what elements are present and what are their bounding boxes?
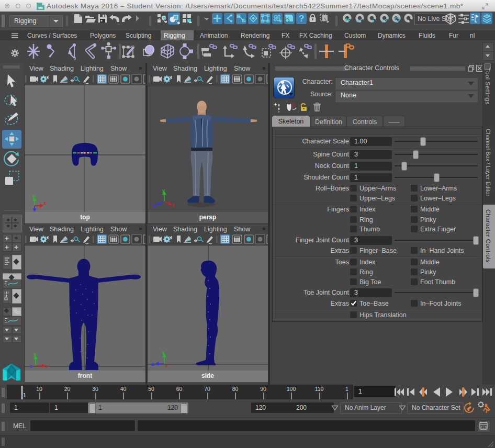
svg-text:x: x	[165, 363, 168, 368]
svg-text:z: z	[30, 364, 32, 369]
svg-text:{;}: {;}	[480, 425, 487, 430]
svg-text:x: x	[43, 200, 46, 206]
svg-text:y: y	[32, 194, 35, 199]
svg-text:y: y	[33, 352, 36, 357]
svg-text:x: x	[172, 203, 175, 208]
svg-text:x: x	[46, 364, 48, 369]
svg-text:z: z	[154, 203, 156, 208]
svg-text:MB: MB	[38, 6, 43, 9]
svg-text:y: y	[162, 350, 165, 355]
svg-text:z: z	[152, 362, 154, 367]
svg-text:y: y	[162, 189, 165, 193]
